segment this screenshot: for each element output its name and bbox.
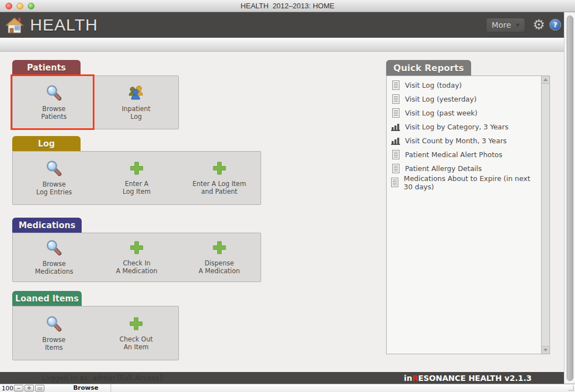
dispense-medication-button[interactable]: DispenseA Medication (178, 233, 261, 282)
quick-report-label: Patient Medical Alert Photos (405, 150, 502, 159)
section-panel-patients: BrowsePatients InpatientLog (12, 76, 179, 129)
section-tab-log: Log (12, 136, 81, 151)
section-panel-log: BrowseLog Entries Enter ALog Item Enter … (12, 151, 261, 205)
app-window: HEALTH 2012–2013: HOME HEALTH More ▼ ⚙ ?… (0, 0, 575, 392)
plus-icon (212, 240, 227, 255)
document-icon (392, 150, 399, 159)
quick-report-label: Visit Log by Category, 3 Years (405, 123, 508, 131)
plus-icon (212, 160, 227, 176)
plus-icon (128, 316, 144, 331)
mode-popup[interactable]: Browse (61, 384, 111, 392)
toggle-toolbar-icon[interactable]: ▭ (35, 385, 44, 391)
quick-report-item[interactable]: Visit Log (today) (387, 78, 541, 92)
section-tab-quick-reports: Quick Reports (386, 60, 471, 76)
magnifier-icon (46, 84, 62, 101)
check-in-medication-button[interactable]: Check InA Medication (96, 233, 178, 282)
app-title: HEALTH (30, 12, 98, 38)
magnifier-icon (46, 239, 62, 256)
enter-log-item-button[interactable]: Enter ALog Item (96, 152, 178, 204)
zoom-in-icon[interactable]: ✛ (24, 385, 34, 391)
magnifier-icon (46, 160, 62, 177)
document-icon (392, 164, 399, 173)
home-icon (4, 16, 24, 34)
browse-items-button[interactable]: BrowseItems (13, 306, 95, 360)
check-out-item-button[interactable]: Check OutAn Item (95, 306, 177, 360)
section-panel-medications: BrowseMedications Check InA Medication D… (12, 233, 261, 282)
plus-icon (129, 240, 144, 255)
quick-reports-list: Visit Log (today) Visit Log (yesterday) (387, 78, 541, 189)
gear-icon[interactable]: ⚙ (531, 17, 547, 33)
window-scrollbar[interactable] (564, 12, 575, 384)
section-tab-patients: Patients (12, 60, 81, 76)
quick-report-item[interactable]: Visit Count by Month, 3 Years (387, 134, 541, 148)
inpatient-log-button[interactable]: InpatientLog (95, 76, 177, 129)
document-icon (392, 81, 399, 90)
quick-report-label: Visit Log (today) (405, 81, 462, 89)
app-toolbar: HEALTH More ▼ ⚙ ? (0, 12, 575, 38)
people-icon (128, 84, 144, 101)
bar-chart-icon (391, 137, 400, 145)
quick-reports-scrollbar[interactable] (541, 76, 549, 354)
section-tab-medications: Medications (12, 218, 82, 233)
browse-patients-button[interactable]: BrowsePatients (13, 76, 95, 129)
enter-log-item-and-patient-button[interactable]: Enter A Log Itemand Patient (178, 152, 261, 204)
plus-icon (129, 160, 144, 176)
help-icon[interactable]: ? (549, 19, 561, 31)
chevron-down-icon: ▼ (516, 23, 519, 28)
quick-report-label: Medications About to Expire (in next 30 … (404, 174, 541, 191)
scrollbar-thumb[interactable] (567, 16, 573, 381)
quick-report-label: Visit Count by Month, 3 Years (405, 137, 507, 145)
quick-report-item[interactable]: Patient Medical Alert Photos (387, 148, 541, 162)
quick-report-item[interactable]: Visit Log (yesterday) (387, 92, 541, 106)
brand-version: inRESONANCE HEALTH v2.1.3 (404, 374, 532, 383)
scroll-down-icon[interactable] (542, 346, 549, 354)
scroll-up-icon[interactable] (542, 76, 549, 84)
quick-report-label: Visit Log (yesterday) (405, 95, 477, 103)
magnifier-icon (46, 315, 62, 332)
quick-report-label: Visit Log (past week) (405, 109, 478, 117)
quick-report-item[interactable]: Medications About to Expire (in next 30 … (387, 175, 541, 189)
bar-chart-icon (391, 123, 400, 131)
quick-report-item[interactable]: Visit Log (past week) (387, 106, 541, 120)
zoom-level: 100 (2, 385, 14, 392)
header-strip (0, 38, 575, 52)
section-tab-loaned-items: Loaned Items (12, 291, 82, 306)
document-icon (391, 178, 398, 187)
browse-log-entries-button[interactable]: BrowseLog Entries (13, 152, 96, 204)
quick-report-item[interactable]: Visit Log by Category, 3 Years (387, 120, 541, 134)
browse-medications-button[interactable]: BrowseMedications (13, 233, 96, 282)
section-panel-loaned-items: BrowseItems Check OutAn Item (12, 306, 179, 360)
more-button[interactable]: More ▼ (487, 18, 524, 32)
zoom-out-icon[interactable]: − (14, 385, 23, 391)
titlebar: HEALTH 2012–2013: HOME (0, 0, 575, 12)
footer-bar: Logged in as: admin [Full Access] inRESO… (0, 372, 564, 384)
document-icon (392, 108, 399, 118)
quick-report-item[interactable]: Patient Allergy Details (387, 162, 541, 175)
quick-report-label: Patient Allergy Details (405, 164, 482, 173)
window-title: HEALTH 2012–2013: HOME (0, 0, 575, 12)
resize-grip-icon[interactable] (568, 385, 574, 391)
login-status: Logged in as: admin [Full Access] (42, 374, 162, 382)
document-icon (392, 94, 399, 104)
status-toolbar: 100 − ✛ ▭ Browse (0, 384, 575, 392)
quick-reports-panel: Visit Log (today) Visit Log (yesterday) (386, 76, 550, 354)
